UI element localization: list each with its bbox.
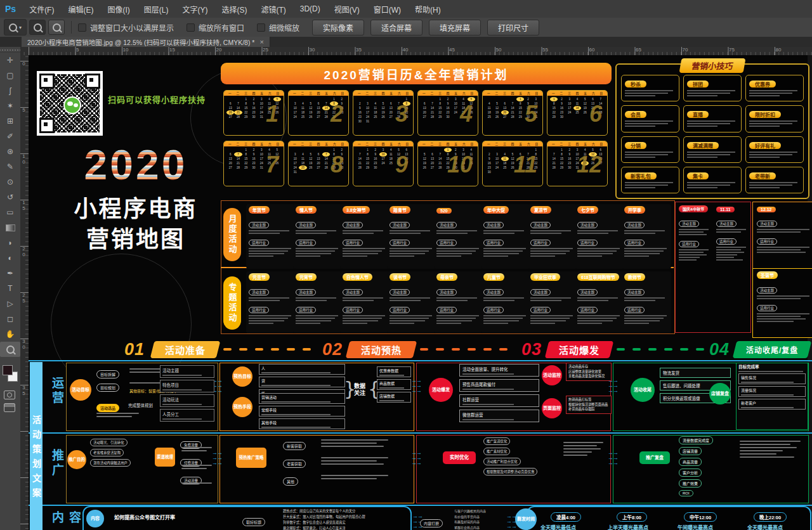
option-checkbox[interactable]: 调整窗口大小以满屏显示	[78, 22, 174, 33]
festival-pill: 读书节	[390, 273, 410, 281]
option-button-填充屏幕[interactable]: 填充屏幕	[429, 20, 481, 36]
node-store-review: 店铺复盘	[709, 383, 731, 404]
clone-stamp-tool[interactable]: ⊙	[0, 174, 20, 190]
checkbox-label: 调整窗口大小以满屏显示	[90, 22, 174, 33]
menu-item-H[interactable]: 帮助(H)	[408, 0, 448, 18]
type-tool[interactable]: T	[0, 281, 20, 296]
theme-label: 活动主题	[249, 289, 269, 295]
row-label-content: 内容	[48, 511, 82, 530]
text-line	[563, 448, 601, 449]
ruler-number: 20	[216, 47, 222, 53]
palette-grip[interactable]	[0, 47, 20, 53]
festival-card-开学季: 开学季活动主题适用行业	[622, 204, 671, 269]
zoom-tool-preset[interactable]: ▾	[4, 19, 27, 36]
text-line	[321, 457, 388, 458]
text-line	[757, 252, 806, 253]
checkbox-icon[interactable]	[257, 23, 265, 32]
calendar-month-number: 10	[447, 152, 473, 178]
industry-label: 适用行业	[483, 307, 504, 313]
calendar-month-number: 12	[577, 152, 602, 178]
festival-card-教师节: 教师节活动主题适用行业	[622, 271, 671, 333]
node-preheat-goal: 预热目标	[232, 366, 252, 387]
checkbox-icon[interactable]	[187, 23, 195, 32]
time-pill: 晚上22:00	[754, 512, 787, 522]
move-tool[interactable]: ✛	[0, 53, 20, 68]
eraser-tool[interactable]: ▭	[0, 205, 20, 220]
festival-pill: 国庆&中秋节	[679, 205, 708, 212]
text-line	[757, 231, 801, 233]
calendar-month-9: 一二三四五六日123456789101112131415161718192021…	[353, 141, 414, 186]
menu-item-Y[interactable]: 文字(Y)	[175, 0, 214, 18]
marquee-tool[interactable]: ▢	[0, 68, 20, 83]
node-activity-wrapup: 活动收尾	[631, 378, 655, 402]
menu-item-I[interactable]: 图像(I)	[100, 0, 136, 18]
checkbox-icon[interactable]	[78, 23, 86, 32]
menu-item-L[interactable]: 图层(L)	[137, 0, 176, 18]
text-line	[181, 465, 212, 466]
time-pill: 中午12:00	[684, 512, 717, 522]
quick-select-tool[interactable]: ✶	[0, 98, 20, 113]
preheat-goal-item: 货	[259, 377, 345, 387]
color-swatches[interactable]	[3, 365, 18, 382]
crop-tool[interactable]: ⊞	[0, 113, 20, 129]
festival-card-踏青节: 踏青节活动主题适用行业	[387, 204, 436, 269]
industry-label: 适用行业	[249, 240, 269, 246]
path-select-tool[interactable]: ▷	[0, 296, 20, 311]
foreground-color-swatch[interactable]	[3, 365, 13, 375]
lasso-tool[interactable]: ʃ	[0, 83, 20, 98]
time-desc: 午间曝光最高点	[678, 524, 713, 530]
row-divider	[29, 360, 812, 361]
quick-mask-icon[interactable]	[4, 391, 15, 399]
text-line	[181, 468, 207, 469]
time-desc: 上半天曝光最高点	[608, 524, 648, 530]
theme-label: 活动主题	[296, 289, 316, 295]
phase-label: 活动准备	[165, 343, 206, 356]
title-formula: 蹭热点式：阅读与自己有关的文章是每个人的天分	[283, 508, 405, 514]
menu-item-E[interactable]: 编辑(E)	[61, 0, 100, 18]
healing-brush-tool[interactable]: ⊛	[0, 144, 20, 159]
node-realtime-optimize: 实时优化	[443, 451, 476, 464]
menu-item-V[interactable]: 视图(V)	[327, 0, 367, 18]
hand-tool[interactable]: ✋	[0, 326, 20, 342]
option-button-实际像素[interactable]: 实际像素	[312, 20, 364, 36]
zoom-in-button[interactable]	[29, 20, 46, 35]
wrapup-item: 物流发货	[660, 368, 731, 378]
calendar-month-number: 11	[514, 152, 537, 178]
text-line	[181, 482, 212, 484]
menu-item-W[interactable]: 窗口(W)	[367, 0, 408, 18]
option-checkbox[interactable]: 缩放所有窗口	[187, 22, 244, 33]
option-button-打印尺寸[interactable]: 打印尺寸	[487, 20, 539, 36]
theme-label: 活动主题	[249, 222, 269, 228]
gradient-tool[interactable]	[0, 220, 20, 235]
brush-tool[interactable]: ✎	[0, 159, 20, 174]
flow-arrow-icon: →→→→→→	[411, 378, 421, 393]
option-checkbox[interactable]: 细微缩放	[257, 22, 299, 33]
zoom-out-button[interactable]	[48, 20, 65, 35]
option-button-适合屏幕[interactable]: 适合屏幕	[370, 20, 422, 36]
close-icon[interactable]: ×	[259, 38, 263, 46]
theme-label: 活动主题	[436, 222, 457, 228]
eyedropper-tool[interactable]: ✐	[0, 129, 20, 144]
text-line	[679, 254, 707, 255]
document-tab[interactable]: 2020小程序电商营销地图.jpg @ 12.5% (扫码可以获得小程序扶持, …	[22, 37, 270, 47]
dodge-tool[interactable]: ◐	[0, 250, 20, 266]
title-formula: 悬念赌徒式：留足悬念，打动人心引发关注	[283, 526, 405, 530]
shape-tool[interactable]: ◻	[0, 311, 20, 326]
screen-mode-icon[interactable]	[4, 403, 15, 412]
menu-item-3DD[interactable]: 3D(D)	[293, 0, 327, 18]
festival-pill: 520	[436, 208, 452, 214]
pen-tool[interactable]: ✒	[0, 266, 20, 281]
calendar-month-11: 一二三四五六日123456789101112131415161718192021…	[482, 141, 543, 186]
menu-item-F[interactable]: 文件(F)	[22, 0, 61, 18]
theme-label: 活动主题	[757, 287, 777, 294]
poster-title-line1: 小程序电商	[51, 190, 221, 223]
zoom-tool[interactable]	[0, 342, 20, 357]
ruler-number: 80	[776, 47, 782, 53]
menu-item-T[interactable]: 滤镜(T)	[254, 0, 292, 18]
menu-item-S[interactable]: 选择(S)	[214, 0, 254, 18]
tip-label: 会员	[625, 111, 646, 118]
optimize-item: 推广素材优化	[483, 448, 510, 455]
festival-card-年货节: 年货节活动主题适用行业	[246, 204, 296, 269]
blur-tool[interactable]: ◗	[0, 235, 20, 250]
history-brush-tool[interactable]: ↺	[0, 190, 20, 205]
